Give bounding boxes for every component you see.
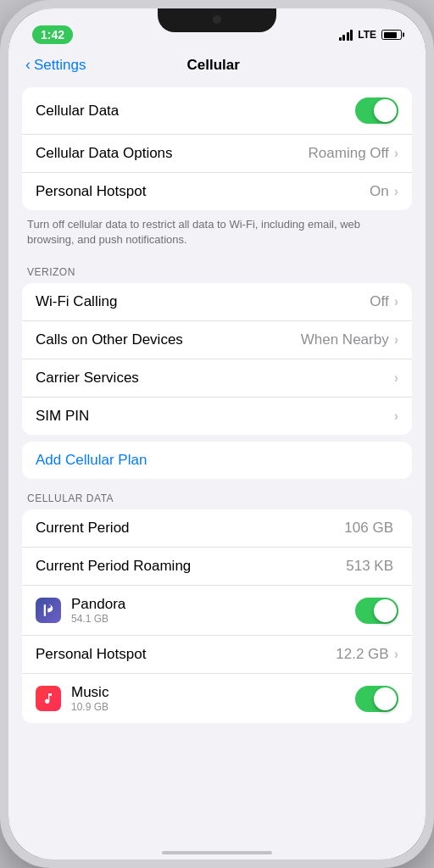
music-toggle-knob <box>374 687 397 710</box>
status-icons: LTE <box>339 29 402 41</box>
cellular-data-section: CELLULAR DATA Current Period 106 GB Curr… <box>22 486 412 723</box>
add-plan-card: Add Cellular Plan <box>22 442 412 479</box>
lte-icon: LTE <box>358 29 376 41</box>
personal-hotspot-data-label: Personal Hotspot <box>36 646 336 663</box>
calls-other-devices-row[interactable]: Calls on Other Devices When Nearby › <box>22 321 412 359</box>
pandora-name: Pandora <box>71 596 355 613</box>
phone-screen: 1:42 LTE ‹ Settings <box>8 8 426 860</box>
pandora-icon <box>36 598 61 623</box>
verizon-section: VERIZON Wi-Fi Calling Off › Calls on Oth… <box>22 259 412 435</box>
sim-pin-chevron-icon: › <box>394 409 398 424</box>
cellular-data-label: Cellular Data <box>36 103 355 120</box>
music-label-group: Music 10.9 GB <box>71 684 355 713</box>
music-toggle[interactable] <box>355 686 398 712</box>
back-label: Settings <box>34 57 86 74</box>
scroll-content[interactable]: Cellular Data Cellular Data Options Roam… <box>8 81 426 847</box>
top-section: Cellular Data Cellular Data Options Roam… <box>22 87 412 253</box>
personal-hotspot-row[interactable]: Personal Hotspot On › <box>22 173 412 210</box>
personal-hotspot-data-row[interactable]: Personal Hotspot 12.2 GB › <box>22 636 412 674</box>
calls-other-devices-chevron-icon: › <box>394 332 398 348</box>
cellular-data-options-row[interactable]: Cellular Data Options Roaming Off › <box>22 135 412 173</box>
volume-up-button[interactable] <box>0 186 2 237</box>
back-chevron-icon: ‹ <box>25 56 31 74</box>
cellular-data-options-chevron-icon: › <box>394 146 398 161</box>
carrier-services-label: Carrier Services <box>36 370 394 387</box>
phone-frame: 1:42 LTE ‹ Settings <box>0 0 434 868</box>
personal-hotspot-value: On <box>370 183 389 200</box>
pandora-toggle[interactable] <box>355 598 398 624</box>
add-plan-row[interactable]: Add Cellular Plan <box>22 442 412 479</box>
nav-bar: ‹ Settings Cellular <box>8 49 426 81</box>
pandora-label-group: Pandora 54.1 GB <box>71 596 355 625</box>
verizon-section-label: VERIZON <box>22 259 412 283</box>
camera <box>213 15 221 24</box>
back-button[interactable]: ‹ Settings <box>25 56 86 74</box>
current-period-roaming-value: 513 KB <box>346 558 393 575</box>
calls-other-devices-label: Calls on Other Devices <box>36 331 301 348</box>
verizon-card: Wi-Fi Calling Off › Calls on Other Devic… <box>22 283 412 435</box>
personal-hotspot-data-value: 12.2 GB <box>336 646 388 663</box>
wifi-calling-row[interactable]: Wi-Fi Calling Off › <box>22 283 412 321</box>
pandora-size: 54.1 GB <box>71 613 355 625</box>
wifi-calling-value: Off <box>370 293 388 310</box>
carrier-services-row[interactable]: Carrier Services › <box>22 359 412 398</box>
carrier-services-chevron-icon: › <box>394 370 398 386</box>
add-cellular-plan-button[interactable]: Add Cellular Plan <box>36 452 147 469</box>
sim-pin-row[interactable]: SIM PIN › <box>22 398 412 435</box>
pandora-row[interactable]: Pandora 54.1 GB <box>22 586 412 636</box>
personal-hotspot-data-chevron-icon: › <box>394 647 398 662</box>
battery-icon <box>381 30 402 40</box>
current-period-roaming-label: Current Period Roaming <box>36 558 346 575</box>
music-size: 10.9 GB <box>71 701 355 713</box>
add-plan-section: Add Cellular Plan <box>22 442 412 479</box>
signal-icon <box>339 29 353 41</box>
music-icon <box>36 686 61 711</box>
calls-other-devices-value: When Nearby <box>301 331 389 348</box>
page-title: Cellular <box>86 57 341 74</box>
cellular-data-section-label: CELLULAR DATA <box>22 486 412 509</box>
toggle-knob <box>374 99 397 122</box>
status-time: 1:42 <box>32 25 73 44</box>
personal-hotspot-chevron-icon: › <box>394 184 398 199</box>
cellular-data-options-value: Roaming Off <box>309 145 389 162</box>
music-name: Music <box>71 684 355 701</box>
music-row[interactable]: Music 10.9 GB <box>22 674 412 723</box>
current-period-label: Current Period <box>36 520 344 537</box>
personal-hotspot-label: Personal Hotspot <box>36 183 370 200</box>
mute-button[interactable] <box>0 144 2 175</box>
wifi-calling-label: Wi-Fi Calling <box>36 293 370 310</box>
top-card: Cellular Data Cellular Data Options Roam… <box>22 87 412 210</box>
wifi-calling-chevron-icon: › <box>394 294 398 309</box>
notch <box>158 8 276 32</box>
home-indicator <box>162 851 272 854</box>
volume-down-button[interactable] <box>0 249 2 300</box>
cellular-data-toggle[interactable] <box>355 97 398 124</box>
cellular-data-card: Current Period 106 GB Current Period Roa… <box>22 509 412 723</box>
pandora-toggle-knob <box>374 599 397 622</box>
current-period-roaming-row: Current Period Roaming 513 KB <box>22 548 412 586</box>
sim-pin-label: SIM PIN <box>36 408 394 425</box>
current-period-value: 106 GB <box>344 520 393 537</box>
cellular-data-options-label: Cellular Data Options <box>36 145 309 162</box>
current-period-row: Current Period 106 GB <box>22 509 412 548</box>
helper-text: Turn off cellular data to restrict all d… <box>22 210 412 253</box>
cellular-data-row[interactable]: Cellular Data <box>22 87 412 135</box>
